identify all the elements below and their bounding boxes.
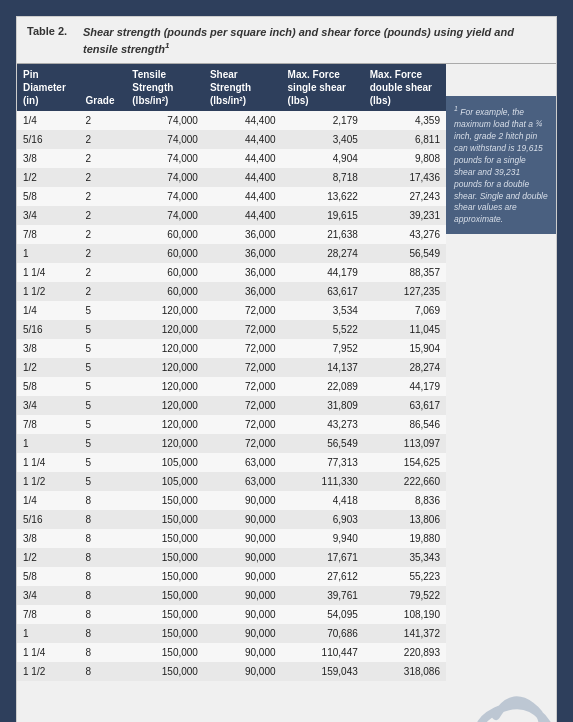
- table-cell: 90,000: [204, 605, 282, 624]
- table-row: 18150,00090,00070,686141,372: [17, 624, 446, 643]
- table-row: 3/85120,00072,0007,95215,904: [17, 339, 446, 358]
- table-cell: 1 1/4: [17, 643, 80, 662]
- table-row: 1 1/45105,00063,00077,313154,625: [17, 453, 446, 472]
- table-cell: 2: [80, 149, 127, 168]
- footnote-box: 1 For example, the maximum load that a ¾…: [446, 96, 556, 234]
- table-row: 1/2274,00044,4008,71817,436: [17, 168, 446, 187]
- table-row: 1/25120,00072,00014,13728,274: [17, 358, 446, 377]
- table-cell: 2: [80, 111, 127, 130]
- table-cell: 21,638: [282, 225, 364, 244]
- table-row: 3/45120,00072,00031,80963,617: [17, 396, 446, 415]
- table-cell: 60,000: [126, 225, 204, 244]
- table-cell: 19,615: [282, 206, 364, 225]
- table-cell: 1 1/2: [17, 282, 80, 301]
- table-cell: 5/16: [17, 320, 80, 339]
- table-cell: 44,400: [204, 187, 282, 206]
- table-cell: 19,880: [364, 529, 446, 548]
- table-cell: 6,811: [364, 130, 446, 149]
- table-cell: 120,000: [126, 320, 204, 339]
- table-cell: 74,000: [126, 111, 204, 130]
- table-cell: 3/8: [17, 339, 80, 358]
- table-cell: 27,243: [364, 187, 446, 206]
- table-cell: 60,000: [126, 244, 204, 263]
- table-cell: 63,617: [282, 282, 364, 301]
- table-cell: 111,330: [282, 472, 364, 491]
- table-cell: 90,000: [204, 624, 282, 643]
- table-cell: 72,000: [204, 301, 282, 320]
- table-cell: 90,000: [204, 567, 282, 586]
- table-cell: 5: [80, 301, 127, 320]
- table-cell: 150,000: [126, 586, 204, 605]
- table-row: 7/8260,00036,00021,63843,276: [17, 225, 446, 244]
- table-cell: 36,000: [204, 282, 282, 301]
- table-cell: 5/8: [17, 567, 80, 586]
- table-cell: 2: [80, 187, 127, 206]
- table-cell: 1/4: [17, 491, 80, 510]
- table-cell: 13,806: [364, 510, 446, 529]
- table-cell: 43,273: [282, 415, 364, 434]
- table-cell: 72,000: [204, 415, 282, 434]
- table-cell: 15,904: [364, 339, 446, 358]
- table-row: 1/28150,00090,00017,67135,343: [17, 548, 446, 567]
- table-cell: 1: [17, 244, 80, 263]
- table-cell: 150,000: [126, 624, 204, 643]
- footnote-text: For example, the maximum load that a ¾ i…: [454, 107, 548, 224]
- table-cell: 105,000: [126, 453, 204, 472]
- table-cell: 1 1/4: [17, 263, 80, 282]
- table-cell: 63,617: [364, 396, 446, 415]
- table-cell: 2: [80, 130, 127, 149]
- table-cell: 154,625: [364, 453, 446, 472]
- table-cell: 39,761: [282, 586, 364, 605]
- table-cell: 63,000: [204, 472, 282, 491]
- table-cell: 17,436: [364, 168, 446, 187]
- table-cell: 141,372: [364, 624, 446, 643]
- table-row: 5/165120,00072,0005,52211,045: [17, 320, 446, 339]
- table-cell: 1 1/2: [17, 472, 80, 491]
- table-cell: 36,000: [204, 244, 282, 263]
- table-cell: 86,546: [364, 415, 446, 434]
- main-content: Pin Diameter (in)GradeTensile Strength (…: [17, 64, 556, 681]
- table-cell: 14,137: [282, 358, 364, 377]
- table-cell: 3/8: [17, 149, 80, 168]
- table-row: 1/4274,00044,4002,1794,359: [17, 111, 446, 130]
- table-cell: 90,000: [204, 529, 282, 548]
- table-cell: 54,095: [282, 605, 364, 624]
- table-cell: 72,000: [204, 339, 282, 358]
- table-cell: 2: [80, 206, 127, 225]
- table-title: Shear strength (pounds per square inch) …: [83, 25, 546, 57]
- table-cell: 8,718: [282, 168, 364, 187]
- table-cell: 150,000: [126, 491, 204, 510]
- table-cell: 5: [80, 453, 127, 472]
- table-row: 3/4274,00044,40019,61539,231: [17, 206, 446, 225]
- table-cell: 90,000: [204, 510, 282, 529]
- table-cell: 90,000: [204, 586, 282, 605]
- table-row: 1 1/28150,00090,000159,043318,086: [17, 662, 446, 681]
- table-cell: 9,808: [364, 149, 446, 168]
- table-cell: 150,000: [126, 662, 204, 681]
- table-cell: 22,089: [282, 377, 364, 396]
- table-cell: 74,000: [126, 206, 204, 225]
- table-cell: 220,893: [364, 643, 446, 662]
- table-cell: 74,000: [126, 130, 204, 149]
- table-cell: 4,904: [282, 149, 364, 168]
- table-cell: 7,952: [282, 339, 364, 358]
- table-cell: 72,000: [204, 396, 282, 415]
- table-cell: 56,549: [282, 434, 364, 453]
- table-cell: 90,000: [204, 662, 282, 681]
- table-cell: 44,400: [204, 149, 282, 168]
- table-row: 3/8274,00044,4004,9049,808: [17, 149, 446, 168]
- table-cell: 7/8: [17, 605, 80, 624]
- table-cell: 3/4: [17, 586, 80, 605]
- table-cell: 88,357: [364, 263, 446, 282]
- table-cell: 120,000: [126, 415, 204, 434]
- table-cell: 150,000: [126, 567, 204, 586]
- table-cell: 110,447: [282, 643, 364, 662]
- table-row: 5/168150,00090,0006,90313,806: [17, 510, 446, 529]
- table-label: Table 2.: [27, 25, 77, 37]
- table-row: 5/16274,00044,4003,4056,811: [17, 130, 446, 149]
- table-cell: 1: [17, 434, 80, 453]
- table-header: Table 2. Shear strength (pounds per squa…: [17, 17, 556, 64]
- table-cell: 28,274: [364, 358, 446, 377]
- table-row: 7/85120,00072,00043,27386,546: [17, 415, 446, 434]
- col-header-maxf_single: Max. Force single shear (lbs): [282, 64, 364, 111]
